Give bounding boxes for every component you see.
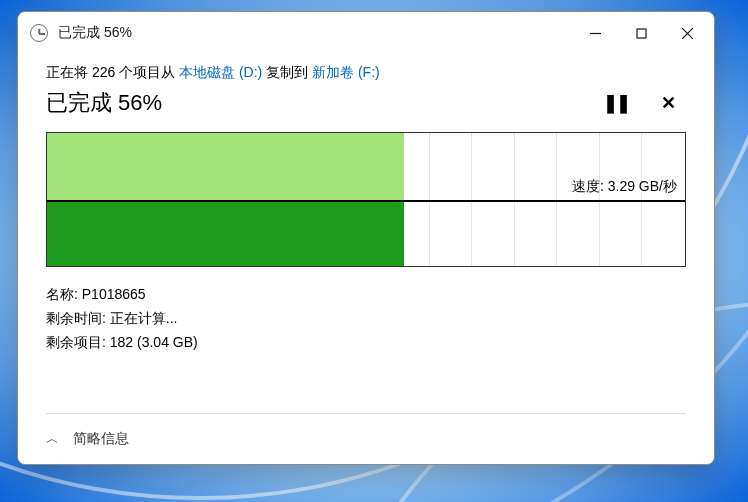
maximize-button[interactable] (618, 17, 664, 49)
window-title: 已完成 56% (58, 24, 132, 42)
details-section: 名称: P1018665 剩余时间: 正在计算... 剩余项目: 182 (3.… (46, 283, 686, 354)
action-buttons: ❚❚ ✕ (599, 88, 680, 118)
time-label: 剩余时间: (46, 310, 110, 326)
progress-row: 已完成 56% ❚❚ ✕ (46, 88, 686, 118)
cancel-button[interactable]: ✕ (657, 88, 680, 118)
speed-value: 3.29 GB/秒 (608, 178, 677, 194)
source-link[interactable]: 本地磁盘 (D:) (179, 64, 262, 80)
chart-fill-upper (47, 133, 404, 200)
progress-text: 已完成 56% (46, 88, 162, 118)
name-label: 名称: (46, 286, 82, 302)
speed-chart: 速度: 3.29 GB/秒 (46, 132, 686, 267)
details-toggle[interactable]: ︿ 简略信息 (46, 430, 129, 448)
detail-items: 剩余项目: 182 (3.04 GB) (46, 331, 686, 355)
copy-middle: 复制到 (262, 64, 312, 80)
detail-name: 名称: P1018665 (46, 283, 686, 307)
destination-link[interactable]: 新加卷 (F:) (312, 64, 380, 80)
speed-label-prefix: 速度: (572, 178, 608, 194)
chevron-up-icon: ︿ (46, 430, 59, 448)
svg-rect-1 (637, 29, 646, 38)
window-controls (572, 17, 710, 49)
copy-description: 正在将 226 个项目从 本地磁盘 (D:) 复制到 新加卷 (F:) (46, 64, 686, 82)
toggle-label: 简略信息 (73, 430, 129, 448)
speed-label: 速度: 3.29 GB/秒 (572, 178, 677, 196)
dialog-body: 正在将 226 个项目从 本地磁盘 (D:) 复制到 新加卷 (F:) 已完成 … (18, 54, 714, 414)
name-value: P1018665 (82, 286, 146, 302)
chart-fill-lower (47, 200, 404, 267)
items-label: 剩余项目: (46, 334, 110, 350)
minimize-button[interactable] (572, 17, 618, 49)
close-button[interactable] (664, 17, 710, 49)
copy-prefix: 正在将 226 个项目从 (46, 64, 179, 80)
dialog-footer: ︿ 简略信息 (18, 414, 714, 464)
detail-time: 剩余时间: 正在计算... (46, 307, 686, 331)
titlebar: 已完成 56% (18, 12, 714, 54)
file-copy-dialog: 已完成 56% 正在将 226 个项目从 本地磁盘 (D:) 复制到 新加卷 (… (17, 11, 715, 465)
clock-icon (30, 24, 48, 42)
pause-button[interactable]: ❚❚ (599, 88, 633, 118)
chart-midline (47, 200, 685, 202)
items-value: 182 (3.04 GB) (110, 334, 198, 350)
time-value: 正在计算... (110, 310, 178, 326)
